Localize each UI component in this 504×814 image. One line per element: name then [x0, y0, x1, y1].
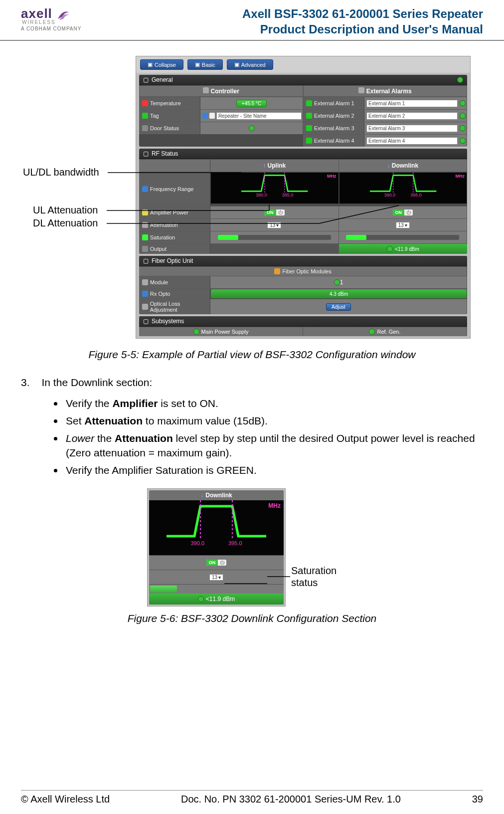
dl-amp-toggle-2[interactable]: ON⏻ — [206, 560, 227, 566]
ul-sat-bar — [210, 231, 339, 243]
module-led — [334, 279, 340, 285]
ext-alarm-4-input[interactable] — [366, 137, 458, 145]
brand-sub: WIRELESS — [22, 19, 56, 25]
footer-center: Doc. No. PN 3302 61-200001 Series-UM Rev… — [181, 794, 401, 805]
freq-icon — [142, 186, 148, 192]
edit-icon[interactable] — [209, 113, 215, 119]
module-icon — [142, 279, 148, 285]
ext-alarm-3-input[interactable] — [366, 125, 458, 132]
ul-amp-toggle[interactable]: ON⏻ — [264, 209, 285, 215]
rf-status-panel: ▢RF Status ↑ Uplink ↓ Downlink Frequency… — [139, 149, 467, 254]
minus-icon[interactable]: ▢ — [143, 257, 149, 264]
tag-input[interactable] — [216, 112, 302, 120]
figure-5-5-caption: Figure 5-5: Example of Partial view of B… — [21, 349, 483, 361]
adjust-button[interactable]: Adjust — [326, 303, 351, 311]
logo-swirl-icon — [55, 6, 70, 21]
output-led-icon — [387, 246, 393, 252]
tag-icon — [142, 113, 148, 119]
advanced-icon: ▣ — [234, 61, 239, 68]
page-header: axell WIRELESS A COBHAM COMPANY Axell BS… — [0, 0, 504, 41]
ps-led-icon — [193, 329, 199, 335]
bullet-1: Verify the Amplifier is set to ON. — [64, 396, 483, 410]
subsystems-panel: ▢Subsystems Main Power Supply Ref. Gen. — [139, 316, 467, 336]
main-ps-cell: Main Power Supply — [139, 327, 303, 336]
doc-title: Axell BSF-3302 61-200001 Series Repeater… — [242, 6, 483, 37]
bullet-4: Verify the Amplifier Saturation is GREEN… — [64, 463, 483, 477]
dl-output-bar: <11.9 dBm — [339, 244, 467, 254]
doc-title-line2: Product Description and User's Manual — [242, 21, 483, 37]
step-number: 3. — [21, 376, 30, 390]
dl-sat-bar-2 — [149, 584, 284, 594]
fiber-panel: ▢Fiber Optic Unit Fiber Optic Modules Mo… — [139, 256, 467, 314]
dl-sat-bar — [339, 231, 468, 243]
callout-ul-att: UL Attenuation — [33, 204, 98, 216]
controller-icon — [203, 87, 209, 93]
dl-atten-input-2[interactable]: 13▾ — [209, 574, 223, 581]
alarm3-led — [460, 125, 466, 131]
minus-icon[interactable]: ▢ — [143, 318, 149, 325]
step-lead: In the Downlink section: — [42, 376, 153, 390]
amp-icon — [142, 209, 148, 215]
up-arrow-icon: ↑ — [263, 162, 266, 169]
status-led-icon — [457, 77, 463, 83]
body-text: 3. In the Downlink section: Verify the A… — [21, 376, 483, 477]
save-icon[interactable] — [202, 113, 208, 119]
rx-opto-bar: 4.3 dBm — [211, 289, 467, 298]
alarm4-icon — [306, 138, 312, 144]
dl-amp-toggle[interactable]: ON⏻ — [393, 209, 413, 215]
ul-output-bar — [210, 244, 339, 254]
ref-led-icon — [369, 329, 375, 335]
alarm2-icon — [306, 113, 312, 119]
basic-button[interactable]: ▣Basic — [187, 59, 223, 70]
controller-header: Controller — [139, 85, 303, 97]
output-icon — [142, 246, 148, 252]
page-footer: © Axell Wireless Ltd Doc. No. PN 3302 61… — [21, 790, 483, 805]
downlink-figure: ↓Downlink MHz 390.0395.0 ON⏻ 13▾ <11.9 d… — [147, 488, 286, 607]
minus-icon[interactable]: ▢ — [143, 150, 149, 157]
figure-5-6-caption: Figure 5-6: BSF-3302 Downlink Configurat… — [21, 612, 483, 624]
logo: axell WIRELESS A COBHAM COMPANY — [21, 6, 81, 31]
sat-icon — [142, 234, 148, 240]
callout-sat: Saturationstatus — [291, 565, 336, 589]
uplink-freq-graph: MHz 380.0385.0 — [210, 172, 339, 204]
ext-alarms-header: External Alarms — [303, 85, 467, 97]
advanced-button[interactable]: ▣Advanced — [227, 59, 273, 70]
door-led-icon — [249, 125, 255, 131]
ext-alarm-2-input[interactable] — [366, 112, 458, 120]
adjust-icon — [142, 304, 148, 310]
callout-dl-att: DL Attenuation — [33, 217, 98, 229]
cobham-text: A COBHAM COMPANY — [21, 26, 81, 31]
basic-icon: ▣ — [195, 61, 200, 68]
atten-icon — [142, 222, 148, 228]
thermometer-icon — [142, 100, 148, 106]
ul-attenuation-input[interactable]: 13▾ — [267, 222, 281, 228]
alarm2-led — [460, 113, 466, 119]
callout-bw: UL/DL bandwidth — [23, 167, 99, 178]
config-window: ▣Collapse ▣Basic ▣Advanced ▢General Cont… — [136, 56, 471, 339]
alarm-header-icon — [358, 87, 364, 93]
ref-gen-cell: Ref. Gen. — [303, 327, 467, 336]
door-icon — [142, 125, 148, 131]
output-led-icon — [198, 596, 204, 602]
minus-icon[interactable]: ▢ — [143, 76, 149, 83]
downlink-freq-graph: MHz 390.0395.0 — [339, 172, 468, 204]
temperature-value: +45.5 °C — [236, 100, 267, 107]
toolbar: ▣Collapse ▣Basic ▣Advanced — [136, 56, 470, 73]
dl-attenuation-input[interactable]: 13▾ — [396, 222, 410, 228]
down-arrow-icon: ↓ — [387, 162, 390, 169]
dl-freq-graph: MHz 390.0395.0 — [149, 500, 284, 555]
doc-title-line1: Axell BSF-3302 61-200001 Series Repeater — [242, 6, 483, 21]
dl-output-bar-2: <11.9 dBm — [149, 594, 284, 605]
alarm3-icon — [306, 125, 312, 131]
alarm1-icon — [306, 100, 312, 106]
warning-icon — [274, 268, 280, 274]
alarm1-led — [460, 100, 466, 106]
rf-title: RF Status — [152, 150, 178, 157]
footer-right: 39 — [472, 794, 483, 805]
footer-left: © Axell Wireless Ltd — [21, 794, 110, 805]
bullet-2: Set Attenuation to maximum value (15dB). — [64, 413, 483, 428]
sub-title: Subsystems — [152, 318, 184, 325]
collapse-button[interactable]: ▣Collapse — [140, 59, 183, 70]
ext-alarm-1-input[interactable] — [366, 100, 458, 107]
rx-icon — [142, 291, 148, 297]
